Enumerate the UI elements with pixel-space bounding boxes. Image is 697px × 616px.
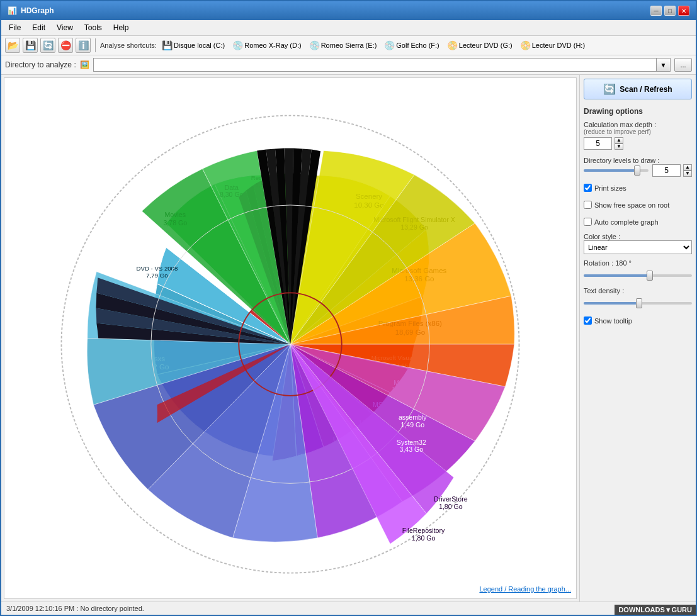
menu-edit[interactable]: Edit bbox=[27, 21, 50, 34]
shortcuts-label: Analyse shortcuts: bbox=[100, 42, 157, 49]
show-tooltip-checkbox[interactable] bbox=[584, 316, 592, 325]
rotation-slider-thumb[interactable] bbox=[647, 271, 653, 281]
print-sizes-row: Print sizes bbox=[584, 184, 692, 192]
scan-refresh-button[interactable]: 🔄 Scan / Refresh bbox=[584, 79, 692, 99]
calc-depth-section: Calculation max depth : (reduce to impro… bbox=[584, 121, 692, 152]
calc-depth-spinner-buttons: ▲ ▼ bbox=[615, 137, 623, 150]
calc-depth-label: Calculation max depth : bbox=[584, 121, 692, 128]
menu-view[interactable]: View bbox=[52, 21, 78, 34]
status-message: 3/1/2009 12:10:16 PM : No directory poin… bbox=[6, 605, 144, 612]
toolbar-stop-button[interactable]: ⛔ bbox=[58, 38, 73, 53]
drive-e-label: Romeo Sierra (E:) bbox=[321, 42, 377, 49]
drive-h-icon: 📀 bbox=[520, 40, 531, 50]
drive-c-icon: 💾 bbox=[162, 40, 173, 50]
drive-f-icon: 💿 bbox=[384, 40, 395, 50]
directory-input[interactable] bbox=[93, 58, 657, 72]
shortcut-h[interactable]: 📀 Lecteur DVD (H:) bbox=[518, 39, 587, 52]
dir-levels-slider-row: 5 ▲ ▼ bbox=[584, 164, 692, 177]
rotation-slider-fill bbox=[584, 274, 649, 277]
text-density-slider-fill bbox=[584, 302, 638, 305]
drive-g-label: Lecteur DVD (G:) bbox=[459, 42, 513, 49]
calc-depth-spinner: 5 ▲ ▼ bbox=[584, 137, 692, 150]
svg-text:System32: System32 bbox=[397, 439, 426, 446]
minimize-button[interactable]: ─ bbox=[650, 6, 662, 16]
legend-link[interactable]: Legend / Reading the graph... bbox=[479, 585, 571, 593]
shortcut-e[interactable]: 💿 Romeo Sierra (E:) bbox=[307, 39, 380, 52]
svg-text:3,43 Go: 3,43 Go bbox=[400, 445, 424, 453]
shortcut-c[interactable]: 💾 Disque local (C:) bbox=[159, 39, 227, 52]
color-style-select[interactable]: Linear Rainbow Custom bbox=[584, 240, 692, 254]
color-style-section: Color style : Linear Rainbow Custom bbox=[584, 233, 692, 254]
shortcut-f[interactable]: 💿 Golf Echo (F:) bbox=[382, 39, 441, 52]
toolbar-info-button[interactable]: ℹ️ bbox=[76, 38, 91, 53]
toolbar-save-button[interactable]: 💾 bbox=[23, 38, 38, 53]
watermark: DOWNLOADS▼GURU bbox=[615, 605, 696, 615]
text-density-section: Text density : bbox=[584, 287, 692, 310]
chart-area: C:\ 69.02 Go Movies 3,78 Go Data 8,30 Go… bbox=[4, 77, 577, 599]
auto-complete-label: Auto complete graph bbox=[594, 218, 659, 226]
toolbar-open-button[interactable]: 📂 bbox=[5, 38, 20, 53]
svg-text:7,79 Go: 7,79 Go bbox=[146, 272, 167, 279]
drive-g-icon: 📀 bbox=[447, 40, 458, 50]
drive-e-icon: 💿 bbox=[309, 40, 320, 50]
show-tooltip-row: Show tooltip bbox=[584, 316, 692, 325]
auto-complete-checkbox[interactable] bbox=[584, 218, 592, 226]
calc-depth-input[interactable]: 5 bbox=[584, 137, 612, 150]
drawing-options-title: Drawing options bbox=[584, 107, 692, 116]
dir-levels-up[interactable]: ▲ bbox=[683, 164, 692, 171]
drive-f-label: Golf Echo (F:) bbox=[396, 42, 439, 49]
rotation-slider-track bbox=[584, 274, 692, 277]
scan-icon: 🔄 bbox=[603, 83, 616, 95]
dir-levels-input[interactable]: 5 bbox=[652, 164, 681, 177]
title-bar-controls: ─ □ ✕ bbox=[650, 6, 689, 16]
right-panel: 🔄 Scan / Refresh Drawing options Calcula… bbox=[579, 75, 696, 602]
dir-levels-slider-container[interactable] bbox=[584, 164, 649, 177]
menu-help[interactable]: Help bbox=[108, 21, 134, 34]
svg-text:DVD - VS 2008: DVD - VS 2008 bbox=[137, 265, 178, 272]
text-density-slider-thumb[interactable] bbox=[636, 298, 642, 308]
rotation-slider-container[interactable] bbox=[584, 269, 692, 282]
close-button[interactable]: ✕ bbox=[678, 6, 689, 16]
show-free-space-checkbox[interactable] bbox=[584, 201, 592, 209]
status-bar: 3/1/2009 12:10:16 PM : No directory poin… bbox=[1, 602, 696, 615]
auto-complete-row: Auto complete graph bbox=[584, 218, 692, 226]
toolbar-separator bbox=[95, 38, 96, 52]
directory-label: Directory to analyze : bbox=[5, 60, 76, 69]
text-density-label: Text density : bbox=[584, 287, 692, 294]
dir-levels-slider-thumb[interactable] bbox=[634, 165, 640, 176]
maximize-button[interactable]: □ bbox=[664, 6, 676, 16]
drive-c-label: Disque local (C:) bbox=[174, 42, 225, 49]
directory-dropdown[interactable]: ▼ bbox=[657, 58, 671, 72]
calc-depth-up[interactable]: ▲ bbox=[615, 137, 623, 143]
directory-bar: Directory to analyze : 🖼️ ▼ ... bbox=[1, 55, 696, 75]
toolbar: 📂 💾 🔄 ⛔ ℹ️ Analyse shortcuts: 💾 Disque l… bbox=[1, 36, 696, 55]
app-title: HDGraph bbox=[21, 6, 54, 15]
watermark-text: DOWNLOADS▼GURU bbox=[618, 606, 692, 613]
show-tooltip-label: Show tooltip bbox=[594, 317, 632, 325]
calc-depth-down[interactable]: ▼ bbox=[615, 143, 623, 150]
app-window: 📊 HDGraph ─ □ ✕ File Edit View Tools Hel… bbox=[0, 0, 697, 616]
rotation-section: Rotation : 180 ° bbox=[584, 259, 692, 282]
drive-h-label: Lecteur DVD (H:) bbox=[532, 42, 585, 49]
text-density-slider-container[interactable] bbox=[584, 297, 692, 310]
svg-text:1,80 Go: 1,80 Go bbox=[439, 503, 463, 510]
print-sizes-label: Print sizes bbox=[594, 184, 626, 192]
print-sizes-checkbox[interactable] bbox=[584, 184, 592, 192]
shortcut-d[interactable]: 💿 Romeo X-Ray (D:) bbox=[230, 39, 303, 52]
app-icon: 📊 bbox=[8, 6, 17, 15]
directory-browse-button[interactable]: ... bbox=[674, 58, 692, 72]
legend-area: Legend / Reading the graph... bbox=[479, 585, 571, 593]
dir-levels-label: Directory levels to draw : bbox=[584, 157, 692, 164]
show-free-space-row: Show free space on root bbox=[584, 201, 692, 209]
shortcut-g[interactable]: 📀 Lecteur DVD (G:) bbox=[445, 39, 515, 52]
menu-file[interactable]: File bbox=[4, 21, 26, 34]
color-style-label: Color style : bbox=[584, 233, 692, 240]
dir-levels-slider-fill bbox=[584, 169, 635, 172]
directory-icon: 🖼️ bbox=[80, 60, 89, 69]
show-free-space-label: Show free space on root bbox=[594, 201, 669, 209]
scan-label: Scan / Refresh bbox=[620, 85, 672, 94]
dir-levels-down[interactable]: ▼ bbox=[683, 171, 692, 177]
calc-depth-note: (reduce to improve perf) bbox=[584, 128, 692, 135]
menu-tools[interactable]: Tools bbox=[79, 21, 107, 34]
toolbar-refresh-button[interactable]: 🔄 bbox=[40, 38, 55, 53]
